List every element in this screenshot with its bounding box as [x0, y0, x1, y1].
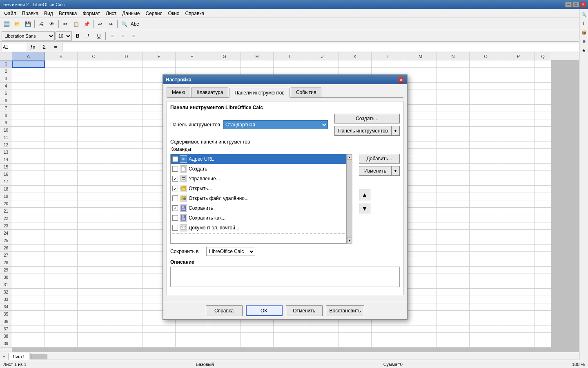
cell-o14[interactable] [470, 156, 502, 164]
cell-a14[interactable] [12, 156, 45, 164]
sidebar-btn-1[interactable]: 🔍 [580, 11, 588, 18]
cell-n33[interactable] [437, 296, 470, 303]
cell-m3[interactable] [404, 75, 437, 83]
cell-b15[interactable] [45, 164, 78, 171]
cell-c24[interactable] [78, 230, 110, 237]
undo-btn[interactable]: ↩ [95, 19, 105, 29]
cell-b12[interactable] [45, 141, 78, 149]
cell-q6[interactable] [535, 97, 551, 105]
cut-btn[interactable]: ✂ [60, 19, 70, 29]
menu-file[interactable]: Файл [2, 10, 19, 17]
cell-d11[interactable] [110, 134, 143, 141]
cell-a11[interactable] [12, 134, 45, 141]
cell-n24[interactable] [437, 230, 470, 237]
row-26[interactable]: 26 [0, 245, 12, 252]
row-1[interactable]: 1 [0, 61, 12, 68]
cell-o15[interactable] [470, 164, 502, 171]
row-36[interactable]: 36 [0, 318, 12, 325]
cell-c34[interactable] [78, 303, 110, 311]
cancel-button[interactable]: Отменить [286, 305, 323, 316]
cell-p9[interactable] [502, 119, 535, 127]
cell-p21[interactable] [502, 208, 535, 215]
cell-reference-input[interactable] [2, 43, 26, 51]
cell-k39[interactable] [339, 340, 372, 348]
cell-d32[interactable] [110, 289, 143, 296]
row-12[interactable]: 12 [0, 141, 12, 149]
row-7[interactable]: 7 [0, 105, 12, 112]
tab-menu[interactable]: Меню [167, 88, 190, 97]
cell-p13[interactable] [502, 149, 535, 156]
col-header-a[interactable]: A [12, 52, 45, 61]
cell-n1[interactable] [437, 61, 470, 68]
cell-p27[interactable] [502, 252, 535, 259]
cell-d37[interactable] [110, 325, 143, 333]
cell-n11[interactable] [437, 134, 470, 141]
cell-d8[interactable] [110, 112, 143, 119]
cell-n28[interactable] [437, 259, 470, 267]
cell-n32[interactable] [437, 289, 470, 296]
sheet-tab-1[interactable]: Лист1 [8, 353, 29, 360]
cmd-item-5[interactable]: ✓ Сохранить [171, 203, 346, 213]
cell-j38[interactable] [306, 333, 339, 340]
open-btn[interactable]: 📂 [12, 19, 22, 29]
row-38[interactable]: 38 [0, 333, 12, 340]
cell-p15[interactable] [502, 164, 535, 171]
cell-o19[interactable] [470, 193, 502, 200]
cell-b29[interactable] [45, 267, 78, 274]
cell-b2[interactable] [45, 68, 78, 75]
cell-m37[interactable] [404, 325, 437, 333]
col-header-d[interactable]: D [110, 52, 143, 61]
cell-a20[interactable] [12, 200, 45, 208]
cell-q39[interactable] [535, 340, 551, 348]
cell-b14[interactable] [45, 156, 78, 164]
cell-q15[interactable] [535, 164, 551, 171]
menu-data[interactable]: Данные [120, 10, 142, 17]
formula-input[interactable] [62, 43, 586, 51]
cell-b34[interactable] [45, 303, 78, 311]
cell-d4[interactable] [110, 83, 143, 90]
cell-g37[interactable] [208, 325, 241, 333]
cell-b19[interactable] [45, 193, 78, 200]
cell-q10[interactable] [535, 127, 551, 134]
tab-events[interactable]: События [291, 88, 322, 97]
cell-p29[interactable] [502, 267, 535, 274]
cell-d13[interactable] [110, 149, 143, 156]
cell-c30[interactable] [78, 274, 110, 281]
cell-c2[interactable] [78, 68, 110, 75]
cell-p22[interactable] [502, 215, 535, 222]
cell-p33[interactable] [502, 296, 535, 303]
cell-b30[interactable] [45, 274, 78, 281]
col-header-e[interactable]: E [143, 52, 176, 61]
cell-o8[interactable] [470, 112, 502, 119]
cell-d30[interactable] [110, 274, 143, 281]
cell-g39[interactable] [208, 340, 241, 348]
cell-p24[interactable] [502, 230, 535, 237]
cell-b31[interactable] [45, 281, 78, 289]
cell-d19[interactable] [110, 193, 143, 200]
cmd-item-0[interactable]: Адрес URL [171, 154, 346, 164]
cell-c18[interactable] [78, 186, 110, 193]
cell-o35[interactable] [470, 311, 502, 318]
menu-help[interactable]: Справка [183, 10, 207, 17]
cell-d36[interactable] [110, 318, 143, 325]
cell-a19[interactable] [12, 193, 45, 200]
cell-o36[interactable] [470, 318, 502, 325]
cell-o10[interactable] [470, 127, 502, 134]
cell-h1[interactable] [241, 61, 274, 68]
cell-c21[interactable] [78, 208, 110, 215]
cell-o21[interactable] [470, 208, 502, 215]
dialog-close-button[interactable]: ✕ [398, 77, 404, 83]
cell-a33[interactable] [12, 296, 45, 303]
cell-d23[interactable] [110, 222, 143, 230]
menu-edit[interactable]: Правка [20, 10, 41, 17]
row-18[interactable]: 18 [0, 186, 12, 193]
row-3[interactable]: 3 [0, 75, 12, 83]
cell-o4[interactable] [470, 83, 502, 90]
cmd-item-4[interactable]: Открыть файл удалённо... [171, 193, 346, 203]
scroll-up[interactable]: ▲ [347, 154, 352, 160]
cell-a13[interactable] [12, 149, 45, 156]
cell-p18[interactable] [502, 186, 535, 193]
function-wizard-btn[interactable]: ƒx [28, 42, 38, 52]
cell-b5[interactable] [45, 90, 78, 97]
cell-m27[interactable] [404, 252, 437, 259]
